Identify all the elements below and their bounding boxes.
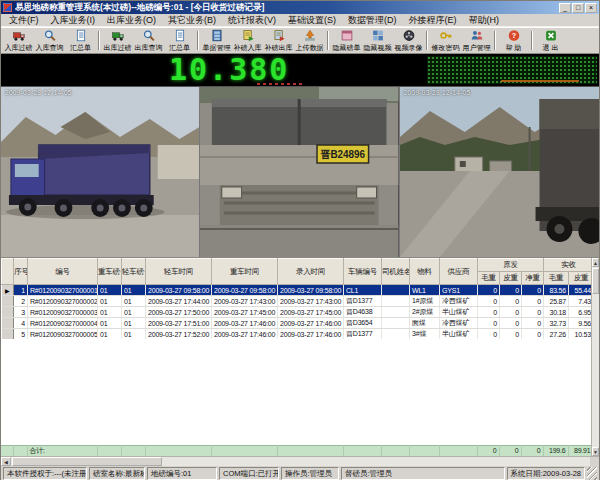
- cell-orig-net: 0: [522, 318, 544, 329]
- cell-recv-gross: 25.87: [544, 296, 569, 307]
- header-entry-time[interactable]: 录入时间: [278, 259, 344, 285]
- cell-heavy-scale: 01: [98, 285, 122, 296]
- toolbar-button[interactable]: 视频录像: [393, 29, 424, 52]
- header-group-original[interactable]: 原发: [478, 259, 544, 272]
- menu-item[interactable]: 其它业务(B): [162, 14, 222, 27]
- menu-item[interactable]: 数据管理(D): [342, 14, 403, 27]
- resize-grip[interactable]: [587, 467, 597, 480]
- cell-recv-gross: 32.73: [544, 318, 569, 329]
- led-tick-marks: [257, 83, 303, 85]
- header-light-scale[interactable]: 轻车磅号: [122, 259, 146, 285]
- header-material[interactable]: 物料: [410, 259, 440, 285]
- scroll-left-icon[interactable]: ◀: [1, 457, 11, 466]
- header-recv-tare[interactable]: 皮重: [569, 272, 594, 285]
- table-row[interactable]: 2 R#0120090327000002 01 01 2009-03-27 17…: [2, 296, 594, 307]
- toolbar-button[interactable]: 单据管理: [201, 29, 232, 52]
- toolbar-separator: [197, 31, 199, 50]
- menu-item[interactable]: 基础设置(S): [282, 14, 342, 27]
- horizontal-scrollbar[interactable]: ◀: [1, 456, 599, 466]
- hide-form-icon: [340, 29, 354, 42]
- search-icon: [142, 29, 156, 42]
- cell-recv-tare: 7.43: [569, 296, 594, 307]
- maximize-button[interactable]: □: [572, 3, 584, 13]
- toolbar-button[interactable]: 用户管理: [461, 29, 492, 52]
- header-orig-tare[interactable]: 皮重: [500, 272, 522, 285]
- status-panel: 本软件授权于:---(未注册): [3, 467, 87, 480]
- toolbar-button[interactable]: ? 帮 助: [498, 29, 529, 52]
- menu-item[interactable]: 入库业务(I): [45, 14, 102, 27]
- cell-no: R#0120090327000002: [28, 296, 98, 307]
- menu-item[interactable]: 文件(F): [3, 14, 45, 27]
- toolbar-button[interactable]: 修改密码: [430, 29, 461, 52]
- row-selector[interactable]: [2, 329, 14, 340]
- led-matrix-underline: [501, 80, 579, 82]
- totals-recv-tare: 89.91: [568, 445, 593, 456]
- scroll-down-icon[interactable]: ▼: [592, 447, 599, 456]
- toolbar-button[interactable]: 入库过磅: [3, 29, 34, 52]
- horizontal-scroll-thumb[interactable]: [12, 457, 162, 466]
- camera-2-scene: 晋B24896: [200, 87, 398, 257]
- status-bar: 本软件授权于:---(未注册)磅室名称:最新标准版地磅编号:01COM端口:已打…: [1, 466, 599, 480]
- menu-item[interactable]: 帮助(H): [463, 14, 506, 27]
- password-key-icon: [439, 29, 453, 42]
- header-light-time[interactable]: 轻车时间: [146, 259, 212, 285]
- header-recv-gross[interactable]: 毛重: [544, 272, 569, 285]
- toolbar-separator: [327, 31, 329, 50]
- header-no[interactable]: 编号: [28, 259, 98, 285]
- toolbar-button[interactable]: 上传数据: [294, 29, 325, 52]
- header-orig-gross[interactable]: 毛重: [478, 272, 500, 285]
- row-selector[interactable]: [2, 307, 14, 318]
- toolbar-button[interactable]: 退 出: [535, 29, 566, 52]
- header-heavy-time[interactable]: 重车时间: [212, 259, 278, 285]
- toolbar-button[interactable]: 隐藏磅单: [331, 29, 362, 52]
- cell-recv-tare: 9.56: [569, 318, 594, 329]
- header-driver[interactable]: 司机姓名: [382, 259, 410, 285]
- toolbar-button[interactable]: 汇总单: [164, 29, 195, 52]
- toolbar-button[interactable]: 补磅入库: [232, 29, 263, 52]
- header-orig-net[interactable]: 净重: [522, 272, 544, 285]
- toolbar-button[interactable]: 隐藏视频: [362, 29, 393, 52]
- toolbar-separator: [531, 31, 533, 50]
- camera-view-3: 2009-03-28 12-14-05: [400, 87, 599, 257]
- minimize-button[interactable]: _: [559, 3, 571, 13]
- cell-orig-tare: 0: [500, 307, 522, 318]
- weight-readout: 10.380: [169, 55, 289, 85]
- cell-no: R#0120090327000004: [28, 318, 98, 329]
- toolbar-button[interactable]: 出库查询: [133, 29, 164, 52]
- menu-item[interactable]: 出库业务(O): [101, 14, 162, 27]
- row-selector[interactable]: [2, 296, 14, 307]
- header-gutter: [2, 259, 14, 285]
- header-supplier[interactable]: 供应商: [440, 259, 478, 285]
- cell-recv-gross: 27.26: [544, 329, 569, 340]
- table-row[interactable]: 5 R#0120090327000005 01 01 2009-03-27 17…: [2, 329, 594, 340]
- scroll-up-icon[interactable]: ▲: [592, 258, 599, 267]
- header-seq[interactable]: 序号: [14, 259, 28, 285]
- row-selector[interactable]: [2, 318, 14, 329]
- table-row[interactable]: ▶ 1 R#0120090327000001 01 01 2009-03-27 …: [2, 285, 594, 296]
- toolbar: 入库过磅 入库查询 汇总单 出库过磅 出库查询 汇总单 单据管理: [1, 27, 599, 54]
- menu-item[interactable]: 统计报表(V): [222, 14, 282, 27]
- header-group-received[interactable]: 实收: [544, 259, 594, 272]
- cell-light-time: 2009-03-27 17:51:00: [146, 318, 212, 329]
- vertical-scrollbar[interactable]: ▲ ▼: [591, 258, 599, 456]
- header-heavy-scale[interactable]: 重车磅号: [98, 259, 122, 285]
- vertical-scroll-thumb[interactable]: [592, 268, 599, 294]
- exit-icon: [544, 29, 558, 42]
- cell-entry-time: 2009-03-27 17:46:00: [278, 329, 344, 340]
- toolbar-button[interactable]: 入库查询: [34, 29, 65, 52]
- row-selector[interactable]: ▶: [2, 285, 14, 296]
- toolbar-button[interactable]: 出库过磅: [102, 29, 133, 52]
- cell-light-scale: 01: [122, 296, 146, 307]
- toolbar-button[interactable]: 补磅出库: [263, 29, 294, 52]
- toolbar-button[interactable]: 汇总单: [65, 29, 96, 52]
- hide-video-icon: [371, 29, 385, 42]
- close-button[interactable]: ×: [585, 3, 597, 13]
- cabinet-icon: [210, 29, 224, 42]
- header-vehicle[interactable]: 车辆编号: [344, 259, 382, 285]
- cell-driver: [382, 329, 410, 340]
- note-in-icon: [241, 29, 255, 42]
- cell-vehicle: 晋D4638: [344, 307, 382, 318]
- table-row[interactable]: 4 R#0120090327000004 01 01 2009-03-27 17…: [2, 318, 594, 329]
- menu-item[interactable]: 外接程序(E): [403, 14, 463, 27]
- table-row[interactable]: 3 R#0120090327000003 01 01 2009-03-27 17…: [2, 307, 594, 318]
